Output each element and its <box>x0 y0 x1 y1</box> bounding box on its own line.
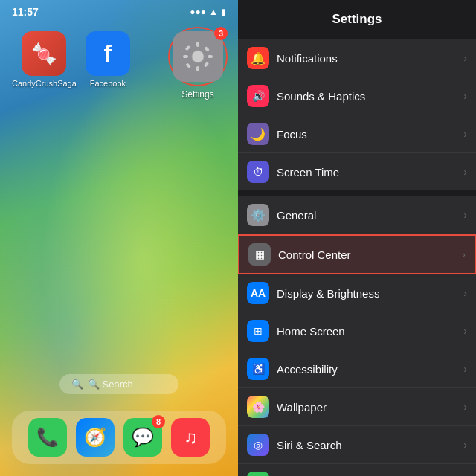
screentime-icon: ⏱ <box>247 161 269 183</box>
sounds-chevron: › <box>463 90 467 102</box>
settings-app-wrapper[interactable]: 3 Settings <box>168 27 228 100</box>
settings-app-icon[interactable]: 3 <box>173 31 223 82</box>
homescreen-label: Home Screen <box>277 325 463 338</box>
notifications-icon: 🔔 <box>247 47 269 69</box>
search-label: 🔍 Search <box>88 379 133 390</box>
display-label: Display & Brightness <box>277 287 463 300</box>
accessibility-label: Accessibility <box>277 363 463 376</box>
svg-rect-5 <box>185 45 191 51</box>
phone-app[interactable]: 📞 <box>28 418 67 457</box>
search-icon: 🔍 <box>71 379 83 390</box>
sounds-icon: 🔊 <box>247 85 269 107</box>
settings-row-general[interactable]: ⚙️ General › <box>238 196 476 234</box>
wallpaper-label: Wallpaper <box>277 401 463 414</box>
settings-row-siri[interactable]: ◎ Siri & Search › <box>238 426 476 464</box>
screentime-label: Screen Time <box>277 166 463 178</box>
settings-row-sounds[interactable]: 🔊 Sounds & Haptics › <box>238 77 476 115</box>
settings-section-1: 🔔 Notifications › 🔊 Sounds & Haptics › 🌙… <box>238 39 476 190</box>
display-chevron: › <box>463 287 467 299</box>
general-chevron: › <box>463 209 467 221</box>
signal-icon: ●●● <box>190 7 206 17</box>
controlcenter-chevron: › <box>462 248 466 260</box>
settings-panel: Settings 🔔 Notifications › 🔊 Sounds & Ha… <box>238 0 476 476</box>
notifications-chevron: › <box>463 52 467 64</box>
svg-rect-2 <box>196 66 199 71</box>
general-icon: ⚙️ <box>247 204 269 226</box>
settings-app-label: Settings <box>181 89 213 100</box>
candy-crush-app[interactable]: 🍬 CandyCrushSaga <box>12 31 77 88</box>
settings-row-notifications[interactable]: 🔔 Notifications › <box>238 39 476 77</box>
settings-section-2: ⚙️ General › ▦ Control Center › AA Displ… <box>238 196 476 476</box>
homescreen-chevron: › <box>463 325 467 337</box>
facebook-icon[interactable]: f <box>86 31 130 76</box>
candy-crush-icon[interactable]: 🍬 <box>22 31 66 76</box>
settings-row-accessibility[interactable]: ♿ Accessibility › <box>238 350 476 388</box>
settings-title: Settings <box>332 12 382 26</box>
focus-label: Focus <box>277 128 463 141</box>
home-screen: 11:57 ●●● ▲ ▮ 🍬 CandyCrushSaga f Faceboo… <box>0 0 238 476</box>
messages-badge: 8 <box>152 415 165 428</box>
screentime-chevron: › <box>463 166 467 178</box>
settings-row-focus[interactable]: 🌙 Focus › <box>238 115 476 153</box>
focus-chevron: › <box>463 128 467 140</box>
settings-header: Settings <box>238 0 476 33</box>
settings-highlight-circle: 3 <box>168 27 228 86</box>
settings-row-screentime[interactable]: ⏱ Screen Time › <box>238 153 476 190</box>
phone-icon: 📞 <box>36 427 59 448</box>
settings-row-display[interactable]: AA Display & Brightness › <box>238 274 476 312</box>
settings-row-wallpaper[interactable]: 🌸 Wallpaper › <box>238 388 476 426</box>
messages-icon: 💬 <box>132 427 154 448</box>
music-icon: ♫ <box>184 427 197 448</box>
focus-icon: 🌙 <box>247 123 269 145</box>
general-label: General <box>277 209 463 222</box>
settings-badge: 3 <box>214 27 228 40</box>
svg-rect-8 <box>204 62 210 68</box>
status-icons: ●●● ▲ ▮ <box>190 7 226 17</box>
battery-icon: ▮ <box>221 7 226 17</box>
wallpaper-icon: 🌸 <box>247 396 269 418</box>
svg-rect-6 <box>204 46 210 52</box>
controlcenter-label: Control Center <box>278 248 462 261</box>
facebook-app[interactable]: f Facebook <box>86 31 130 88</box>
accessibility-chevron: › <box>463 363 467 375</box>
siri-label: Siri & Search <box>277 439 463 451</box>
svg-rect-1 <box>196 42 199 47</box>
music-app[interactable]: ♫ <box>171 418 210 457</box>
wifi-icon: ▲ <box>209 7 218 17</box>
dock: 📞 🧭 💬 8 ♫ <box>12 411 226 464</box>
siri-icon: ◎ <box>247 434 269 456</box>
settings-row-controlcenter[interactable]: ▦ Control Center › <box>238 234 476 274</box>
safari-app[interactable]: 🧭 <box>76 418 115 457</box>
controlcenter-icon: ▦ <box>248 243 271 266</box>
svg-point-0 <box>192 51 204 62</box>
homescreen-icon: ⊞ <box>247 320 269 342</box>
svg-rect-3 <box>183 55 188 58</box>
settings-row-faceid[interactable]: 👤 Face ID & Passcode › <box>238 464 476 476</box>
faceid-icon: 👤 <box>247 472 269 476</box>
siri-chevron: › <box>463 439 467 451</box>
search-bar[interactable]: 🔍 🔍 Search <box>60 374 178 394</box>
settings-row-homescreen[interactable]: ⊞ Home Screen › <box>238 312 476 350</box>
svg-rect-4 <box>208 55 213 58</box>
svg-rect-7 <box>185 62 191 68</box>
candy-crush-label: CandyCrushSaga <box>12 79 77 88</box>
messages-app[interactable]: 💬 8 <box>123 418 162 457</box>
wallpaper-chevron: › <box>463 401 467 413</box>
facebook-label: Facebook <box>90 79 126 88</box>
safari-icon: 🧭 <box>84 427 106 448</box>
notifications-label: Notifications <box>277 52 463 65</box>
display-icon: AA <box>247 282 269 304</box>
status-time: 11:57 <box>12 6 39 18</box>
accessibility-icon: ♿ <box>247 358 269 380</box>
app-icons-row: 🍬 CandyCrushSaga f Facebook <box>12 31 149 88</box>
status-bar: 11:57 ●●● ▲ ▮ <box>0 6 238 18</box>
sounds-label: Sounds & Haptics <box>277 90 463 103</box>
